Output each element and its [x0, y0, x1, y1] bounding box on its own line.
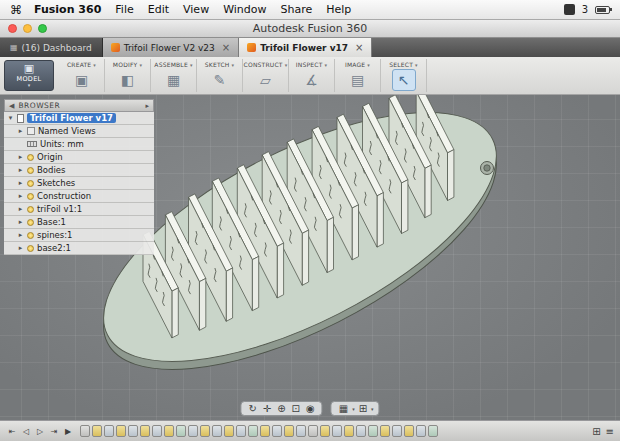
menu-help[interactable]: Help — [326, 3, 351, 16]
bulb-icon[interactable] — [27, 154, 34, 161]
timeline-feature-pattern-icon[interactable] — [176, 425, 186, 437]
toolbar-group-label[interactable]: INSPECT▾ — [296, 61, 327, 68]
tab-close-icon[interactable]: × — [355, 42, 363, 53]
dashboard-tab[interactable]: ▦ (16) Dashboard — [0, 38, 103, 57]
timeline-feature-extrude-icon[interactable] — [236, 425, 246, 437]
timeline-feature-sketch-icon[interactable] — [116, 425, 126, 437]
expand-arrow-icon[interactable]: ▸ — [17, 127, 24, 135]
go-to-start-button[interactable]: ⇤ — [6, 427, 18, 436]
apple-menu-icon[interactable]: ⌘ — [10, 3, 22, 17]
tab-close-icon[interactable]: × — [222, 42, 230, 53]
timeline-feature-extrude-icon[interactable] — [272, 425, 282, 437]
grid-settings-icon[interactable]: ⊞ — [357, 403, 369, 414]
timeline-feature-extrude-icon[interactable] — [104, 425, 114, 437]
menu-window[interactable]: Window — [223, 3, 266, 16]
modify-icon[interactable]: ◧ — [116, 69, 140, 91]
sketch-icon[interactable]: ✎ — [208, 69, 232, 91]
step-forward-button[interactable]: ▷ — [34, 427, 46, 436]
expand-arrow-icon[interactable]: ▸ — [17, 231, 24, 239]
timeline-feature-pattern-icon[interactable] — [428, 425, 438, 437]
zoom-icon[interactable]: ⊕ — [275, 403, 287, 414]
timeline-feature-pattern-icon[interactable] — [248, 425, 258, 437]
viewport-3d[interactable]: ◀ BROWSER ▸ ▾Trifoil Flower v17▸Named Vi… — [0, 95, 620, 420]
timeline-feature-pattern-icon[interactable] — [368, 425, 378, 437]
browser-item-origin[interactable]: ▸Origin — [4, 151, 154, 164]
timeline-feature-sketch-icon[interactable] — [140, 425, 150, 437]
display-settings-icon[interactable]: ▦ — [337, 403, 350, 414]
look-at-icon[interactable]: ◉ — [304, 403, 317, 414]
browser-item-trifoil-v1-1[interactable]: ▸triFoil v1:1 — [4, 203, 154, 216]
browser-item-base2-1[interactable]: ▸base2:1 — [4, 242, 154, 255]
bulb-icon[interactable] — [27, 193, 34, 200]
play-button[interactable]: ▶ — [62, 427, 74, 436]
timeline-feature-sketch-icon[interactable] — [284, 425, 294, 437]
tab-trifoil-flower-v2-v23[interactable]: Trifoil Flower V2 v23 × — [103, 38, 239, 57]
expand-arrow-icon[interactable]: ▾ — [7, 114, 14, 122]
menu-share[interactable]: Share — [281, 3, 313, 16]
views-icon[interactable] — [27, 127, 35, 135]
fit-icon[interactable]: ⊡ — [290, 403, 302, 414]
expand-arrow-icon[interactable]: ▸ — [17, 166, 24, 174]
pan-icon[interactable]: ✛ — [261, 403, 273, 414]
timeline-feature-sketch-icon[interactable] — [344, 425, 354, 437]
bulb-icon[interactable] — [27, 245, 34, 252]
timeline-options-icon[interactable]: ≡ — [606, 426, 614, 437]
minimize-window-button[interactable] — [23, 24, 32, 33]
tab-trifoil-flower-v17[interactable]: Trifoil Flower v17 × — [239, 38, 372, 57]
expand-arrow-icon[interactable]: ▸ — [17, 244, 24, 252]
expand-arrow-icon[interactable]: ▸ — [17, 205, 24, 213]
timeline-feature-sketch-icon[interactable] — [92, 425, 102, 437]
toolbar-group-label[interactable]: MODIFY▾ — [113, 61, 142, 68]
timeline-feature-extrude-icon[interactable] — [188, 425, 198, 437]
step-back-button[interactable]: ◁ — [20, 427, 32, 436]
timeline-zoom-icon[interactable]: ⊞ — [592, 426, 600, 437]
toolbar-group-label[interactable]: CREATE▾ — [67, 61, 96, 68]
timeline-feature-sketch-icon[interactable] — [200, 425, 210, 437]
select-icon[interactable]: ↖ — [392, 69, 416, 91]
units-icon[interactable] — [27, 141, 37, 147]
toolbar-group-label[interactable]: CONSTRUCT▾ — [244, 61, 288, 68]
inspect-icon[interactable]: ∡ — [300, 69, 324, 91]
toolbar-group-label[interactable]: SELECT▾ — [389, 61, 418, 68]
timeline-feature-sketch-icon[interactable] — [320, 425, 330, 437]
timeline-feature-sketch-icon[interactable] — [260, 425, 270, 437]
toolbar-group-label[interactable]: ASSEMBLE▾ — [154, 61, 192, 68]
expand-arrow-icon[interactable]: ▸ — [17, 218, 24, 226]
timeline-feature-extrude-icon[interactable] — [128, 425, 138, 437]
timeline-feature-sketch-icon[interactable] — [380, 425, 390, 437]
go-to-end-button[interactable]: ⇥ — [48, 427, 60, 436]
timeline-feature-component-icon[interactable] — [80, 425, 90, 437]
expand-arrow-icon[interactable]: ▸ — [17, 153, 24, 161]
browser-item-base-1[interactable]: ▸Base:1 — [4, 216, 154, 229]
bulb-icon[interactable] — [27, 206, 34, 213]
workspace-switcher[interactable]: ▣ MODEL ▾ — [4, 60, 54, 91]
browser-item-units-mm[interactable]: Units: mm — [4, 138, 154, 151]
create-icon[interactable]: ▣ — [70, 69, 94, 91]
timeline-feature-extrude-icon[interactable] — [212, 425, 222, 437]
window-titlebar[interactable]: Autodesk Fusion 360 — [0, 20, 620, 38]
menu-file[interactable]: File — [115, 3, 133, 16]
timeline-feature-extrude-icon[interactable] — [356, 425, 366, 437]
browser-item-trifoil-flower-v17[interactable]: ▾Trifoil Flower v17 — [4, 112, 154, 125]
timeline-feature-extrude-icon[interactable] — [152, 425, 162, 437]
orbit-icon[interactable]: ↻ — [246, 403, 258, 414]
timeline-feature-extrude-icon[interactable] — [416, 425, 426, 437]
model-hole[interactable] — [484, 165, 490, 171]
browser-item-bodies[interactable]: ▸Bodies — [4, 164, 154, 177]
bulb-icon[interactable] — [27, 219, 34, 226]
browser-item-named-views[interactable]: ▸Named Views — [4, 125, 154, 138]
battery-icon[interactable] — [595, 6, 610, 14]
timeline-feature-extrude-icon[interactable] — [296, 425, 306, 437]
expand-arrow-icon[interactable]: ▸ — [17, 192, 24, 200]
image-icon[interactable]: ▤ — [346, 69, 370, 91]
close-window-button[interactable] — [8, 24, 17, 33]
timeline-feature-sketch-icon[interactable] — [404, 425, 414, 437]
menu-view[interactable]: View — [183, 3, 209, 16]
construct-icon[interactable]: ▱ — [254, 69, 278, 91]
timeline-feature-extrude-icon[interactable] — [332, 425, 342, 437]
menu-fusion-360[interactable]: Fusion 360 — [34, 3, 101, 16]
zoom-window-button[interactable] — [38, 24, 47, 33]
expand-arrow-icon[interactable]: ▸ — [17, 179, 24, 187]
toolbar-group-label[interactable]: IMAGE▾ — [345, 61, 370, 68]
timeline-feature-sketch-icon[interactable] — [164, 425, 174, 437]
